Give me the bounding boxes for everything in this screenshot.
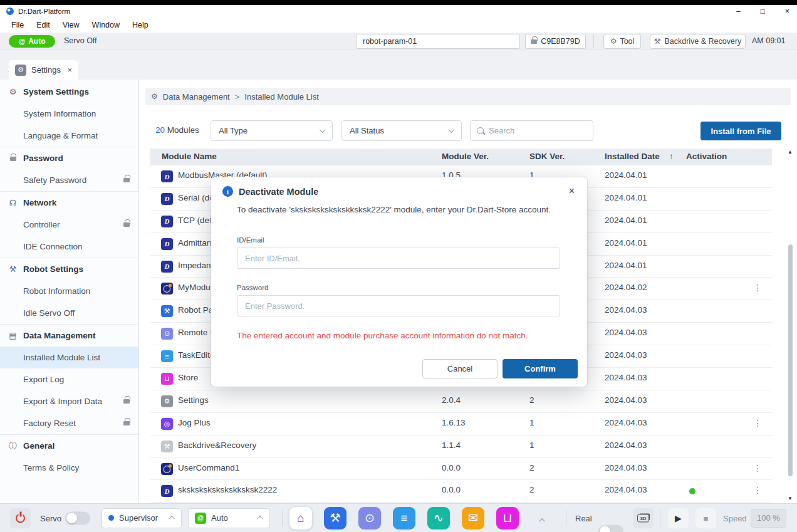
real-toggle[interactable] bbox=[598, 524, 623, 532]
deactivate-module-dialog: i Deactivate Module × To deactivate 'sks… bbox=[211, 177, 587, 387]
kebab-menu-icon[interactable]: ⋮ bbox=[753, 463, 762, 473]
module-icon: D bbox=[161, 238, 173, 250]
backdrive-recovery-button[interactable]: ⚒ Backdrive & Recovery bbox=[650, 34, 746, 49]
lock-icon bbox=[123, 178, 130, 182]
clock-text: AM 09:01 bbox=[752, 36, 786, 45]
sidebar-item-terms-policy[interactable]: Terms & Policy bbox=[0, 457, 138, 479]
info-icon: i bbox=[222, 186, 233, 197]
sidebar-section-header[interactable]: ⚒ Robot Settings bbox=[0, 258, 138, 280]
scroll-up-icon[interactable]: ▲ bbox=[788, 149, 793, 155]
sidebar-item-export-import-data[interactable]: Export & Import Data bbox=[0, 390, 138, 412]
breadcrumb-page: Installed Module List bbox=[244, 92, 319, 102]
sidebar-section-header[interactable]: ☊ Network bbox=[0, 192, 138, 214]
sidebar-item-language-format[interactable]: Language & Format bbox=[0, 125, 138, 147]
home-icon[interactable]: ⌂ bbox=[289, 507, 312, 529]
table-row[interactable]: ◎ Jog Plus 1.6.13 1 2024.04.03 ⋮ bbox=[150, 413, 772, 436]
sidebar-item-safety-password[interactable]: Safety Password bbox=[0, 169, 138, 191]
type-filter-select[interactable]: All Type bbox=[211, 120, 333, 141]
sidebar-item-ide-connection[interactable]: IDE Connection bbox=[0, 236, 138, 258]
table-row[interactable]: ◯ UserCommand1 0.0.0 2 2024.04.03 ⋮ bbox=[150, 458, 772, 481]
auto-mode-badge[interactable]: @ Auto bbox=[9, 35, 55, 48]
installed-date: 2024.04.03 bbox=[605, 418, 647, 427]
confirm-button[interactable]: Confirm bbox=[503, 359, 578, 378]
power-button[interactable] bbox=[10, 508, 31, 528]
search-input[interactable] bbox=[489, 126, 576, 135]
module-version: 1.1.4 bbox=[442, 441, 461, 450]
search-box[interactable] bbox=[470, 120, 593, 141]
sidebar-section-header[interactable]: ▤ Data Management bbox=[0, 325, 138, 347]
simulator-3d-button[interactable]: 3D bbox=[633, 508, 654, 528]
dock-collapse-icon[interactable] bbox=[539, 518, 545, 524]
module-icon: ⊙ bbox=[161, 328, 173, 340]
servo-toggle[interactable] bbox=[65, 511, 90, 524]
installed-date: 2024.04.03 bbox=[605, 373, 647, 382]
installed-date: 2024.04.01 bbox=[605, 238, 647, 248]
kebab-menu-icon[interactable]: ⋮ bbox=[753, 418, 762, 428]
table-scrollbar[interactable]: ▲ ▼ bbox=[786, 149, 794, 501]
table-row[interactable]: ⚒ Backdrive&Recovery 1.1.4 1 2024.04.03 … bbox=[150, 436, 772, 458]
kebab-menu-icon[interactable]: ⋮ bbox=[753, 283, 762, 293]
monitoring-icon[interactable]: ∿ bbox=[427, 507, 450, 529]
stop-button[interactable]: ■ bbox=[695, 508, 716, 528]
sort-asc-icon[interactable]: ↑ bbox=[669, 152, 674, 161]
kebab-menu-icon[interactable]: ⋮ bbox=[753, 485, 762, 495]
mode-select[interactable]: @ Auto bbox=[188, 508, 270, 528]
sidebar-item-installed-module-list[interactable]: Installed Module List bbox=[0, 347, 138, 368]
menu-help[interactable]: Help bbox=[126, 21, 155, 29]
module-icon: D bbox=[161, 193, 173, 205]
sidebar-item-system-information[interactable]: System Information bbox=[0, 103, 138, 125]
speed-value[interactable]: 100 % bbox=[751, 509, 786, 528]
status-filter-select[interactable]: All Status bbox=[341, 120, 462, 141]
scroll-down-icon[interactable]: ▼ bbox=[788, 496, 793, 501]
sidebar-section-header[interactable]: ⚙ System Settings bbox=[0, 81, 138, 103]
sidebar-section-header[interactable]: Password bbox=[0, 147, 138, 169]
menu-edit[interactable]: Edit bbox=[30, 21, 56, 29]
menu-window[interactable]: Window bbox=[86, 21, 126, 29]
table-row[interactable]: ⚙ Settings 2.0.4 2 2024.04.03 ⋮ bbox=[150, 390, 772, 413]
cancel-button[interactable]: Cancel bbox=[422, 359, 497, 378]
password-field[interactable] bbox=[237, 295, 560, 316]
sidebar-item-export-log[interactable]: Export Log bbox=[0, 368, 138, 390]
sidebar-item-robot-information[interactable]: Robot Information bbox=[0, 280, 138, 302]
close-icon[interactable]: × bbox=[785, 7, 789, 16]
module-name: skskskskskskskksksk2222 bbox=[178, 485, 277, 494]
task-editor-icon[interactable]: ≡ bbox=[393, 507, 415, 529]
menu-file[interactable]: File bbox=[5, 21, 30, 29]
breadcrumb: ⚙ Data Management > Installed Module Lis… bbox=[145, 88, 791, 105]
sidebar-section-header[interactable]: ⓘ General bbox=[0, 435, 138, 457]
power-icon bbox=[16, 513, 25, 523]
robot-jog-icon[interactable]: ⚒ bbox=[324, 507, 346, 529]
tool-button[interactable]: ⚙ Tool bbox=[603, 34, 641, 49]
robot-param-input[interactable] bbox=[356, 34, 520, 49]
sidebar-item-controller[interactable]: Controller bbox=[0, 214, 138, 236]
table-row[interactable]: D skskskskskskskksksk2222 0.0.0 2 2024.0… bbox=[150, 480, 772, 503]
sidebar-item-idle-servo-off[interactable]: Idle Servo Off bbox=[0, 302, 138, 324]
module-icon: ◯ bbox=[161, 283, 173, 295]
password-label: Password bbox=[237, 284, 269, 291]
store-bag-icon[interactable]: ⊔ bbox=[496, 507, 519, 529]
tab-strip: ⚙ Settings × bbox=[0, 50, 797, 80]
tab-settings[interactable]: ⚙ Settings × bbox=[9, 60, 78, 80]
menu-view[interactable]: View bbox=[56, 21, 86, 29]
scrollbar-thumb[interactable] bbox=[788, 244, 793, 476]
tab-close-icon[interactable]: × bbox=[67, 65, 72, 75]
maximize-icon[interactable]: □ bbox=[761, 7, 765, 16]
sidebar-item-factory-reset[interactable]: Factory Reset bbox=[0, 412, 138, 434]
info-icon: ⓘ bbox=[8, 441, 18, 452]
breadcrumb-section[interactable]: Data Management bbox=[163, 92, 230, 102]
robot-id-button[interactable]: C9E8B79D bbox=[525, 34, 586, 49]
module-icon: ◯ bbox=[161, 463, 173, 475]
message-log-icon[interactable]: ✉ bbox=[462, 507, 484, 529]
play-button[interactable]: ▶ bbox=[668, 508, 689, 528]
user-role-select[interactable]: Supervisor bbox=[102, 508, 182, 528]
id-email-field[interactable] bbox=[237, 248, 560, 269]
install-from-file-button[interactable]: Install from File bbox=[701, 122, 781, 140]
dialog-close-icon[interactable]: × bbox=[569, 185, 575, 197]
minimize-icon[interactable]: – bbox=[736, 7, 741, 16]
lock-icon bbox=[123, 399, 130, 404]
remote-control-icon[interactable]: ⊙ bbox=[358, 507, 381, 529]
module-name: Jog Plus bbox=[178, 418, 211, 427]
servo-label: Servo bbox=[40, 513, 61, 523]
divider bbox=[593, 34, 594, 48]
module-version: 2.0.4 bbox=[442, 395, 461, 405]
